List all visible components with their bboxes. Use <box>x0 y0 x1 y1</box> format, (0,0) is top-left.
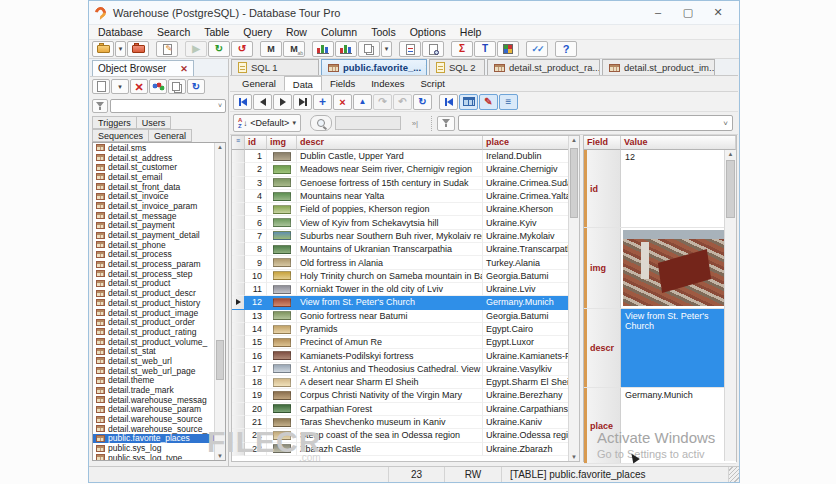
filter-button[interactable] <box>437 116 455 131</box>
inspector-scrollbar[interactable]: ▲ <box>724 150 736 461</box>
filter-combobox[interactable]: ˅ <box>458 115 733 131</box>
list-item[interactable]: detail.trade_mark <box>93 385 225 395</box>
highlight-button[interactable]: ✎ <box>479 94 498 110</box>
rollback-button[interactable]: ↺ <box>231 41 253 57</box>
column-header-img[interactable]: img <box>267 136 297 150</box>
table-row[interactable]: 22Steep coast of the sea in Odessa regio… <box>232 429 579 442</box>
table-row[interactable]: 15Precinct of Amun ReEgypt.Luxor <box>232 336 579 349</box>
locate-next-button[interactable]: »| <box>404 115 426 131</box>
browser-tab-sequences[interactable]: Sequences <box>92 129 149 142</box>
db-objects-button[interactable] <box>149 79 167 94</box>
help-button[interactable]: ? <box>555 41 577 57</box>
scroll-up-icon[interactable]: ▲ <box>725 151 736 157</box>
table-row[interactable]: 21Taras Shevchenko museum in KanivUkrain… <box>232 416 579 429</box>
inspector-row[interactable]: img <box>584 228 736 309</box>
prior-record-button[interactable] <box>253 94 272 110</box>
sort-order-button[interactable]: AZ↓ <Default> ▾ <box>233 114 301 132</box>
scroll-down-icon[interactable]: ▼ <box>569 454 579 460</box>
list-item[interactable]: detail.st_product_image <box>93 308 225 318</box>
copy-object-button[interactable] <box>168 79 186 94</box>
table-row[interactable]: 2Meadows near Seim river, Chernigiv regi… <box>232 163 579 176</box>
report-button[interactable] <box>399 41 421 57</box>
doc-tab-4[interactable]: detail.st_product_ra... <box>487 59 600 75</box>
execute-button[interactable]: ▶ <box>185 41 207 57</box>
grid-view-button[interactable] <box>459 94 478 110</box>
close-tab-icon[interactable]: ✕ <box>425 63 427 72</box>
list-item[interactable]: detail.st_customer <box>93 162 225 172</box>
list-item[interactable]: detail.st_process_param <box>93 259 225 269</box>
close-button[interactable]: ✕ <box>703 3 733 22</box>
list-item[interactable]: detail.warehouse_source <box>93 414 225 424</box>
inspector-row[interactable]: id12 <box>584 150 736 228</box>
text-viewer-button[interactable]: T <box>474 41 496 57</box>
new-object-button[interactable] <box>92 79 110 94</box>
delete-object-button[interactable]: ✕ <box>130 79 148 94</box>
table-row[interactable]: 20Carpathian ForestUkraine.Carpathians <box>232 403 579 416</box>
new-object-caret[interactable]: ▾ <box>111 79 129 94</box>
column-header-id[interactable]: id <box>245 136 267 150</box>
tab-general[interactable]: General <box>234 76 284 91</box>
list-item[interactable]: public.favorite_places <box>93 434 225 444</box>
scroll-thumb[interactable] <box>726 160 735 218</box>
table-row[interactable]: 1Dublin Castle, Upper YardIreland.Dublin <box>232 150 579 163</box>
column-header-place[interactable]: place <box>483 136 569 150</box>
maximize-button[interactable]: ▢ <box>673 3 703 22</box>
list-item[interactable]: detail.st_message <box>93 211 225 221</box>
browser-tab-triggers[interactable]: Triggers <box>92 116 137 129</box>
table-row[interactable]: 6View of Kyiv from Schekavytsia hillUkra… <box>232 216 579 229</box>
tab-fields[interactable]: Fields <box>322 76 363 91</box>
locate-button[interactable] <box>310 115 332 131</box>
import-data-button[interactable] <box>312 41 334 57</box>
field-value[interactable] <box>621 228 736 308</box>
table-row[interactable]: 14PyramidsEgypt.Cairo <box>232 323 579 336</box>
field-value[interactable]: Germany.Munich <box>621 388 736 463</box>
grid-scrollbar[interactable]: ▲ ▼ <box>568 136 579 461</box>
table-row[interactable]: 17St. Antonius and Theodosius Cathedral.… <box>232 363 579 376</box>
table-row[interactable]: 8Mountains of Ukranian TranscarpathiaUkr… <box>232 243 579 256</box>
refresh-data-button[interactable]: ↻ <box>413 94 432 110</box>
grid-menu-icon[interactable]: ≡ <box>232 136 245 150</box>
menu-item-table[interactable]: Table <box>197 26 236 38</box>
scroll-down-icon[interactable]: ▼ <box>215 453 225 459</box>
table-row[interactable]: 5Field of poppies, Kherson regionUkraine… <box>232 203 579 216</box>
table-row[interactable]: 23Zbarazh CastleUkraine.Zbarazh <box>232 443 579 456</box>
table-row[interactable]: 3Genoese fortress of 15th century in Sud… <box>232 177 579 190</box>
menu-item-row[interactable]: Row <box>279 26 314 38</box>
next-record-button[interactable] <box>273 94 292 110</box>
tab-data[interactable]: Data <box>284 76 322 91</box>
doc-tab-3[interactable]: SQL 2 <box>429 59 485 75</box>
menu-item-database[interactable]: Database <box>91 26 150 38</box>
find-replace-button[interactable]: Mab <box>283 41 305 57</box>
list-item[interactable]: detail.st_product <box>93 279 225 289</box>
open-query-button[interactable] <box>127 41 149 57</box>
cancel-edit-button[interactable]: ↶ <box>393 94 412 110</box>
scroll-up-icon[interactable]: ▲ <box>215 144 225 150</box>
list-item[interactable]: detail.st_product_order <box>93 317 225 327</box>
scroll-thumb[interactable] <box>216 340 224 380</box>
list-item[interactable]: detail.st_product_volume_ <box>93 337 225 347</box>
table-row[interactable]: 18A desert near Sharm El SheihEgypt.Shar… <box>232 376 579 389</box>
list-item[interactable]: detail.st_invoice <box>93 191 225 201</box>
sort-filter-button[interactable]: ≡ <box>499 94 518 110</box>
menu-item-column[interactable]: Column <box>314 26 364 38</box>
export-grid-button[interactable] <box>497 41 519 57</box>
list-item[interactable]: detail.theme <box>93 376 225 386</box>
list-item[interactable]: public.sys_log_type <box>93 453 225 461</box>
doc-tab-5[interactable]: detail.st_product_im... <box>602 59 715 75</box>
list-item[interactable]: detail.st_product_history <box>93 298 225 308</box>
field-value[interactable]: View from St. Peter's Church <box>621 309 736 387</box>
object-filter-combobox[interactable]: ˅ <box>110 99 226 113</box>
export-data-button[interactable] <box>335 41 357 57</box>
list-item[interactable]: detail.st_process_step <box>93 269 225 279</box>
tab-indexes[interactable]: Indexes <box>363 76 412 91</box>
doc-tab-1[interactable]: SQL 1 <box>231 59 319 75</box>
list-item[interactable]: detail.st_front_data <box>93 182 225 192</box>
inspector-row[interactable]: descrView from St. Peter's Church <box>584 309 736 388</box>
first-record-button[interactable] <box>233 94 252 110</box>
list-item[interactable]: detail.sms <box>93 143 225 153</box>
menu-item-help[interactable]: Help <box>453 26 489 38</box>
list-item[interactable]: detail.st_phone <box>93 240 225 250</box>
minimize-button[interactable]: – <box>643 3 673 22</box>
table-row[interactable]: 19Corpus Christi Nativity of the Virgin … <box>232 389 579 402</box>
list-item[interactable]: detail.st_payment_detail <box>93 230 225 240</box>
